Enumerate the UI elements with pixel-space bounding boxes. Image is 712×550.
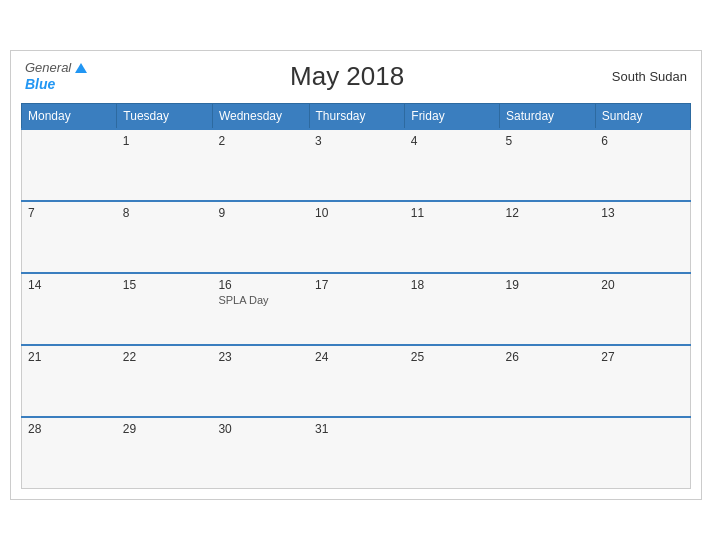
weekday-header-cell: Tuesday — [117, 103, 213, 129]
calendar-day-cell: 1 — [117, 129, 213, 201]
day-number: 22 — [123, 350, 207, 364]
calendar-day-cell: 27 — [595, 345, 690, 417]
weekday-header-row: MondayTuesdayWednesdayThursdayFridaySatu… — [22, 103, 691, 129]
calendar-day-cell: 26 — [500, 345, 596, 417]
holiday-name: SPLA Day — [218, 294, 303, 306]
day-number: 7 — [28, 206, 111, 220]
day-number: 19 — [506, 278, 590, 292]
calendar-day-cell: 10 — [309, 201, 405, 273]
calendar-day-cell: 29 — [117, 417, 213, 489]
day-number: 12 — [506, 206, 590, 220]
calendar-day-cell: 28 — [22, 417, 117, 489]
calendar-day-cell: 2 — [212, 129, 309, 201]
calendar-container: General Blue May 2018 South Sudan Monday… — [10, 50, 702, 500]
calendar-day-cell: 20 — [595, 273, 690, 345]
logo-triangle-icon — [75, 63, 87, 73]
day-number: 9 — [218, 206, 303, 220]
calendar-day-cell: 30 — [212, 417, 309, 489]
calendar-day-cell — [405, 417, 500, 489]
calendar-day-cell: 13 — [595, 201, 690, 273]
calendar-day-cell: 8 — [117, 201, 213, 273]
weekday-header-cell: Monday — [22, 103, 117, 129]
day-number: 17 — [315, 278, 399, 292]
calendar-week-row: 78910111213 — [22, 201, 691, 273]
day-number: 13 — [601, 206, 684, 220]
calendar-day-cell: 25 — [405, 345, 500, 417]
calendar-day-cell: 21 — [22, 345, 117, 417]
calendar-day-cell: 9 — [212, 201, 309, 273]
day-number: 6 — [601, 134, 684, 148]
calendar-day-cell: 19 — [500, 273, 596, 345]
calendar-week-row: 21222324252627 — [22, 345, 691, 417]
weekday-header-cell: Sunday — [595, 103, 690, 129]
weekday-header-cell: Wednesday — [212, 103, 309, 129]
calendar-week-row: 123456 — [22, 129, 691, 201]
day-number: 4 — [411, 134, 494, 148]
calendar-day-cell — [22, 129, 117, 201]
day-number: 29 — [123, 422, 207, 436]
calendar-day-cell — [595, 417, 690, 489]
day-number: 16 — [218, 278, 303, 292]
weekday-header-cell: Friday — [405, 103, 500, 129]
day-number: 11 — [411, 206, 494, 220]
calendar-day-cell: 3 — [309, 129, 405, 201]
calendar-day-cell: 5 — [500, 129, 596, 201]
calendar-day-cell: 22 — [117, 345, 213, 417]
day-number: 15 — [123, 278, 207, 292]
weekday-header-cell: Saturday — [500, 103, 596, 129]
day-number: 30 — [218, 422, 303, 436]
calendar-title: May 2018 — [87, 61, 607, 92]
day-number: 31 — [315, 422, 399, 436]
day-number: 21 — [28, 350, 111, 364]
day-number: 26 — [506, 350, 590, 364]
calendar-week-row: 28293031 — [22, 417, 691, 489]
logo-blue-text: Blue — [25, 76, 55, 92]
calendar-day-cell: 24 — [309, 345, 405, 417]
weekday-header-cell: Thursday — [309, 103, 405, 129]
day-number: 1 — [123, 134, 207, 148]
calendar-day-cell: 7 — [22, 201, 117, 273]
day-number: 28 — [28, 422, 111, 436]
logo: General Blue — [25, 61, 87, 93]
day-number: 5 — [506, 134, 590, 148]
day-number: 2 — [218, 134, 303, 148]
calendar-day-cell: 12 — [500, 201, 596, 273]
calendar-day-cell: 31 — [309, 417, 405, 489]
day-number: 27 — [601, 350, 684, 364]
calendar-header: General Blue May 2018 South Sudan — [21, 61, 691, 93]
calendar-day-cell: 4 — [405, 129, 500, 201]
calendar-day-cell: 14 — [22, 273, 117, 345]
day-number: 24 — [315, 350, 399, 364]
calendar-day-cell: 18 — [405, 273, 500, 345]
day-number: 14 — [28, 278, 111, 292]
calendar-day-cell: 6 — [595, 129, 690, 201]
calendar-body: 12345678910111213141516SPLA Day171819202… — [22, 129, 691, 489]
calendar-day-cell — [500, 417, 596, 489]
calendar-day-cell: 23 — [212, 345, 309, 417]
calendar-day-cell: 15 — [117, 273, 213, 345]
day-number: 8 — [123, 206, 207, 220]
logo-general-text: General — [25, 61, 71, 75]
calendar-day-cell: 16SPLA Day — [212, 273, 309, 345]
country-name: South Sudan — [607, 69, 687, 84]
calendar-grid: MondayTuesdayWednesdayThursdayFridaySatu… — [21, 103, 691, 490]
day-number: 25 — [411, 350, 494, 364]
day-number: 10 — [315, 206, 399, 220]
day-number: 23 — [218, 350, 303, 364]
day-number: 3 — [315, 134, 399, 148]
calendar-day-cell: 17 — [309, 273, 405, 345]
day-number: 20 — [601, 278, 684, 292]
calendar-week-row: 141516SPLA Day17181920 — [22, 273, 691, 345]
calendar-day-cell: 11 — [405, 201, 500, 273]
day-number: 18 — [411, 278, 494, 292]
